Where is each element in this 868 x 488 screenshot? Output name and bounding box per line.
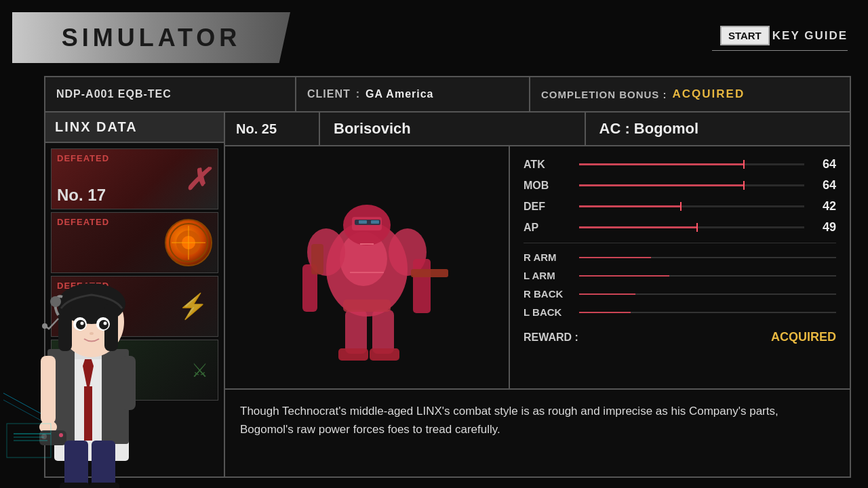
mission-id: NDP-A001 EQB-TEC	[56, 88, 172, 100]
stat-label-rarm: R ARM	[524, 251, 571, 263]
linx-status-1: DEFEATED	[57, 153, 109, 163]
linx-list: DEFEATED No. 17 ✗ DEFEATED	[45, 143, 224, 476]
stat-row-def: DEF 42	[524, 199, 836, 214]
stat-bar-larm	[579, 275, 836, 277]
linx-card-1[interactable]: DEFEATED No. 17 ✗	[51, 148, 218, 209]
stat-row-ap: AP 49	[524, 220, 836, 235]
linx-card-2[interactable]: DEFEATED	[51, 212, 218, 273]
stat-label-lback: L BACK	[524, 306, 571, 318]
stat-bar-def	[579, 205, 804, 207]
linx-status-3: DEFEATED	[57, 281, 109, 291]
linx-ac-display: AC : Bogomol	[599, 120, 699, 138]
stat-bar-mob	[579, 184, 804, 186]
linx-number-1: No. 17	[57, 186, 106, 205]
stat-label-rback: R BACK	[524, 288, 571, 300]
linx-number-display: No. 25	[236, 121, 277, 137]
stats-panel: ATK 64 MOB	[510, 146, 850, 388]
right-area: No. 25 Borisovich AC : Bogomol	[225, 113, 850, 476]
linx-name: Borisovich	[320, 113, 586, 145]
description-text: Though Technocrat's middle-aged LINX's c…	[240, 402, 835, 439]
stat-bar-rback	[579, 293, 836, 295]
linx-name-display: Borisovich	[334, 120, 411, 138]
stat-value-ap: 49	[812, 220, 836, 235]
stat-bar-rarm	[579, 257, 836, 258]
linx-card-3[interactable]: DEFEATED ⚡	[51, 276, 218, 337]
stat-row-larm: L ARM	[524, 270, 836, 281]
completion-label: COMPLETION BONUS :	[541, 89, 667, 100]
svg-rect-17	[345, 310, 367, 354]
simulator-title: SIMULATOR	[62, 24, 241, 52]
stat-bar-lback	[579, 312, 836, 313]
stat-row-atk: ATK 64	[524, 157, 836, 171]
simulator-title-bar: SIMULATOR	[12, 12, 290, 63]
start-button-label[interactable]: START	[720, 26, 770, 45]
ac-image-area	[225, 146, 510, 388]
header-mission: NDP-A001 EQB-TEC	[45, 77, 296, 111]
linx-status-2: DEFEATED	[57, 217, 109, 227]
linx-emblem-2	[165, 219, 212, 266]
body-area: LINX DATA DEFEATED No. 17 ✗ DEFEATED	[45, 113, 850, 476]
ac-robot-svg	[238, 164, 496, 371]
linx-no: No. 25	[225, 113, 320, 145]
key-guide-label: KEY GUIDE	[772, 29, 848, 43]
stat-row-rarm: R ARM	[524, 251, 836, 263]
client-value: GA America	[366, 88, 433, 100]
header-completion: COMPLETION BONUS : ACQUIRED	[530, 77, 850, 111]
linx-icon-1: ✗	[184, 162, 210, 197]
svg-rect-20	[370, 348, 399, 361]
main-container: NDP-A001 EQB-TEC CLIENT : GA America COM…	[44, 76, 851, 478]
linx-info-header: No. 25 Borisovich AC : Bogomol	[225, 113, 850, 146]
reward-value: ACQUIRED	[771, 330, 836, 344]
linx-ac: AC : Bogomol	[586, 113, 850, 145]
stat-label-atk: ATK	[524, 159, 571, 171]
linx-icon-3: ⚡	[178, 292, 208, 321]
stat-value-atk: 64	[812, 157, 836, 171]
stat-label-ap: AP	[524, 222, 571, 234]
svg-rect-18	[372, 310, 394, 354]
stat-row-rback: R BACK	[524, 288, 836, 300]
stat-row-mob: MOB 64	[524, 178, 836, 192]
svg-rect-15	[413, 259, 431, 313]
stat-label-larm: L ARM	[524, 270, 571, 281]
stat-label-def: DEF	[524, 201, 571, 213]
linx-section-title: LINX DATA	[45, 113, 224, 143]
client-label: CLIENT	[307, 88, 351, 100]
stat-value-mob: 64	[812, 178, 836, 192]
completion-value: ACQUIRED	[673, 87, 745, 101]
linx-icon-4: ⚔	[191, 359, 208, 382]
stat-divider	[524, 243, 836, 243]
svg-rect-21	[343, 300, 391, 312]
stat-bar-atk	[579, 163, 804, 165]
stat-value-def: 42	[812, 199, 836, 214]
key-guide-line	[712, 50, 848, 51]
header-row: NDP-A001 EQB-TEC CLIENT : GA America COM…	[45, 77, 850, 113]
svg-rect-22	[311, 244, 323, 274]
reward-row: REWARD : ACQUIRED	[524, 330, 836, 344]
description-area: Though Technocrat's middle-aged LINX's c…	[225, 388, 850, 476]
client-separator: :	[356, 88, 360, 100]
linx-sidebar: LINX DATA DEFEATED No. 17 ✗ DEFEATED	[45, 113, 225, 476]
linx-card-4[interactable]: ⚔	[51, 340, 218, 401]
stat-bar-ap	[579, 226, 804, 228]
svg-rect-16	[411, 269, 448, 277]
stat-row-lback: L BACK	[524, 306, 836, 318]
middle-section: ATK 64 MOB	[225, 146, 850, 388]
header-client: CLIENT : GA America	[296, 77, 530, 111]
reward-label: REWARD :	[524, 331, 578, 344]
svg-rect-11	[371, 220, 379, 224]
stat-label-mob: MOB	[524, 180, 571, 192]
key-guide-area: START KEY GUIDE	[720, 26, 848, 45]
svg-rect-19	[338, 348, 368, 361]
svg-rect-10	[359, 220, 367, 224]
